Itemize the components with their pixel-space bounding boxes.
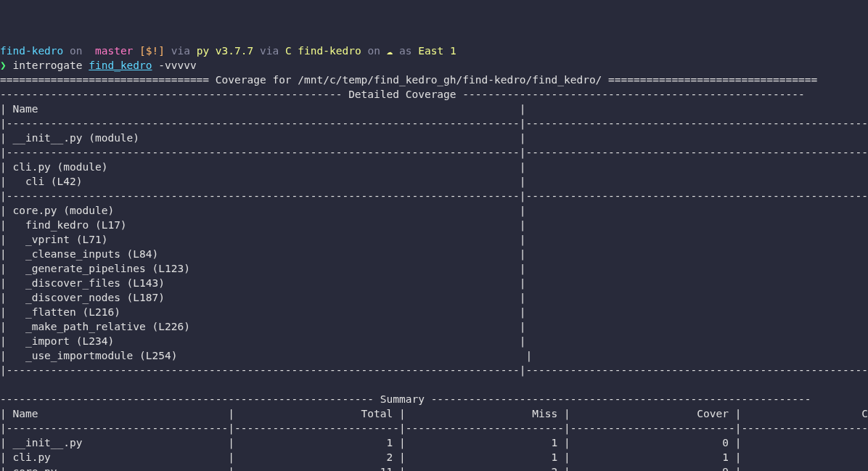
summary-table-header: | Name | Total | Miss | Cover | Cover% | xyxy=(0,408,868,419)
table-row: | _flatten (L216) | COVERED | xyxy=(0,306,868,318)
coverage-header-rule: ================================= Covera… xyxy=(0,74,817,86)
prompt-line-1: find-kedro on master [$!] via py v3.7.7 … xyxy=(0,45,456,57)
table-row: | core.py (module) | MISSED | xyxy=(0,205,868,216)
table-row: | _discover_nodes (L187) | COVERED | xyxy=(0,292,868,303)
table-row: | __init__.py | 1 | 1 | 0 | 0% | xyxy=(0,437,868,449)
table-row: | _use_importmodule (L254) | COVERED | xyxy=(0,350,868,361)
prompt-line-2[interactable]: ❯ interrogate find_kedro -vvvvv xyxy=(0,60,197,71)
divider: |---------------------------------------… xyxy=(0,190,868,202)
blank-line xyxy=(0,379,7,390)
divider: |---------------------------------------… xyxy=(0,147,868,158)
detailed-table-header: | Name | Status | xyxy=(0,103,868,115)
divider: |---------------------------------------… xyxy=(0,118,868,129)
table-row: | _generate_pipelines (L123) | COVERED | xyxy=(0,263,868,274)
table-row: | _make_path_relative (L226) | COVERED | xyxy=(0,321,868,332)
table-row: | core.py | 11 | 2 | 9 | 82% | xyxy=(0,466,868,471)
detailed-coverage-title-rule: ----------------------------------------… xyxy=(0,89,805,100)
summary-title-rule: ----------------------------------------… xyxy=(0,393,811,405)
table-row: | _import (L234) | COVERED | xyxy=(0,335,868,347)
table-row: | find_kedro (L17) | COVERED | xyxy=(0,219,868,231)
table-row: | _cleanse_inputs (L84) | COVERED | xyxy=(0,248,868,260)
divider: |-----------------------------------|---… xyxy=(0,422,868,434)
divider: |---------------------------------------… xyxy=(0,364,868,376)
terminal-window: find-kedro on master [$!] via py v3.7.7 … xyxy=(0,29,868,471)
table-row: | _vprint (L71) | MISSED | xyxy=(0,234,868,245)
table-row: | cli (L42) | MISSED | xyxy=(0,176,868,187)
table-row: | __init__.py (module) | MISSED | xyxy=(0,132,868,144)
table-row: | cli.py (module) | COVERED | xyxy=(0,161,868,173)
table-row: | _discover_files (L143) | COVERED | xyxy=(0,277,868,289)
table-row: | cli.py | 2 | 1 | 1 | 50% | xyxy=(0,451,868,463)
